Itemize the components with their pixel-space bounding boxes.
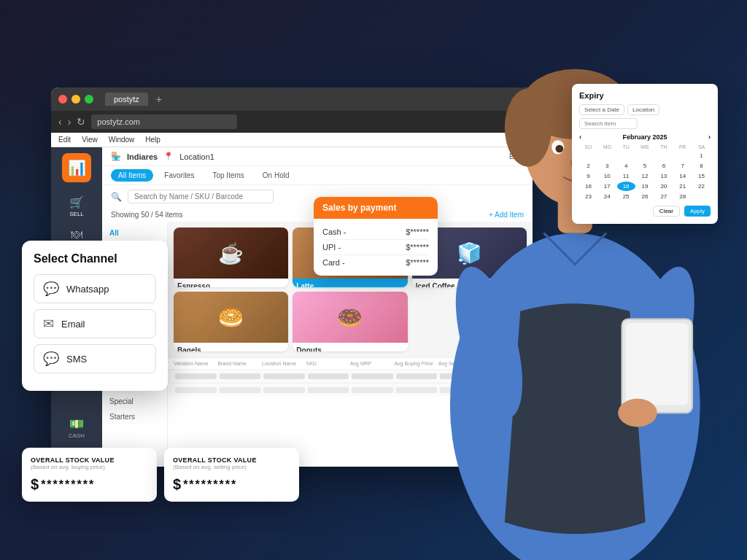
search-input[interactable]: [128, 190, 274, 203]
card-label: Card -: [322, 258, 345, 267]
cal-day-1[interactable]: 1: [692, 151, 711, 160]
cal-day-23[interactable]: 23: [579, 192, 597, 201]
donuts-image: 🍩: [293, 292, 407, 343]
cal-day-27[interactable]: 27: [654, 192, 673, 201]
svg-point-15: [618, 399, 657, 427]
stock-selling-label: OVERALL STOCK VALUE: [173, 456, 290, 464]
sales-by-payment-popup: Sales by payment Cash - $****** UPI - $*…: [314, 197, 438, 276]
stock-card-selling: OVERALL STOCK VALUE (Based on avg. selli…: [164, 448, 299, 502]
day-header-sa: SA: [692, 144, 711, 150]
sidebar-item-cash[interactable]: 💵 CASH: [51, 413, 102, 443]
calendar-next[interactable]: ›: [708, 133, 711, 141]
tab-on-hold[interactable]: On Hold: [255, 169, 297, 182]
cal-day-26[interactable]: 26: [636, 192, 654, 201]
cal-day-19[interactable]: 19: [636, 182, 654, 191]
cal-day-11[interactable]: 11: [617, 171, 635, 181]
sales-row-cash: Cash - $******: [322, 225, 429, 240]
expiry-popup: Expiry Select a Date Location ‹ February…: [572, 84, 718, 224]
day-header-we: WE: [636, 144, 654, 150]
category-starters[interactable]: Starters: [102, 409, 167, 424]
cal-day-15[interactable]: 15: [692, 171, 711, 181]
whatsapp-icon: 💬: [43, 281, 59, 297]
cal-day-20[interactable]: 20: [654, 182, 673, 191]
sms-button[interactable]: 💬 SMS: [34, 344, 156, 373]
select-date-button[interactable]: Select a Date: [579, 104, 624, 115]
menu-edit[interactable]: Edit: [58, 136, 71, 144]
cal-day-6[interactable]: 6: [654, 161, 673, 171]
select-channel-card: Select Channel 💬 Whatsapp ✉ Email 💬 SMS: [22, 241, 168, 391]
bagels-info: Bagels SKU: A003 $1.50: [174, 343, 288, 351]
calendar-prev[interactable]: ‹: [579, 133, 581, 141]
cal-day-empty-6: [673, 151, 692, 160]
calendar-header: ‹ February 2025 ›: [579, 133, 711, 141]
item-card-donuts[interactable]: 🍩 Donuts SKU: A004 $2.00: [293, 292, 407, 351]
refresh-button[interactable]: ↻: [77, 116, 85, 128]
minimize-dot[interactable]: [71, 95, 80, 104]
cal-day-7[interactable]: 7: [673, 161, 692, 171]
stock-selling-value: $ *********: [173, 476, 290, 493]
cal-day-5[interactable]: 5: [636, 161, 654, 171]
cal-day-3[interactable]: 3: [598, 161, 616, 171]
tab-all-items[interactable]: All Items: [111, 169, 153, 182]
cal-day-2[interactable]: 2: [579, 161, 597, 171]
cal-day-13[interactable]: 13: [654, 171, 673, 181]
menu-view[interactable]: View: [82, 136, 98, 144]
bagels-image: 🥯: [174, 292, 288, 343]
sales-row-upi: UPI - $******: [322, 240, 429, 255]
whatsapp-button[interactable]: 💬 Whatsapp: [34, 274, 156, 303]
cal-day-empty-3: [617, 151, 635, 160]
tab-favorites[interactable]: Favorites: [157, 169, 201, 182]
calendar-grid: SU MO TU WE TH FR SA 1 2 3 4 5 6 7 8 9 1…: [579, 144, 711, 201]
cash-label: Cash -: [322, 228, 346, 236]
cal-day-8[interactable]: 8: [692, 161, 711, 171]
store-name: Indiares: [127, 152, 158, 161]
stock-selling-stars: *********: [183, 478, 237, 491]
item-card-bagels[interactable]: 🥯 Bagels SKU: A003 $1.50: [174, 292, 288, 351]
cal-day-17[interactable]: 17: [598, 182, 616, 191]
cal-day-12[interactable]: 12: [636, 171, 654, 181]
cal-day-22[interactable]: 22: [692, 182, 711, 191]
maximize-dot[interactable]: [85, 95, 93, 104]
cal-day-24[interactable]: 24: [598, 192, 616, 201]
back-button[interactable]: ‹: [58, 116, 62, 128]
upi-value: $******: [406, 243, 429, 252]
expiry-actions: Clear Apply: [579, 206, 711, 217]
location-button[interactable]: Location: [627, 104, 659, 115]
item-card-espresso[interactable]: ☕ Espresso SKU: A000 $2.42: [174, 228, 288, 287]
sidebar-item-sell[interactable]: 🛒 SELL: [51, 192, 102, 221]
cal-day-4[interactable]: 4: [617, 161, 635, 171]
menu-window[interactable]: Window: [109, 136, 135, 144]
clear-button[interactable]: Clear: [653, 206, 680, 217]
email-icon: ✉: [43, 316, 54, 332]
latte-info: Latte SKU: A001 $3.12: [293, 279, 407, 287]
apply-button[interactable]: Apply: [684, 206, 711, 217]
stock-buying-value: $ *********: [31, 476, 148, 493]
address-input[interactable]: [91, 114, 237, 129]
svg-point-4: [505, 89, 551, 167]
cal-day-18-today[interactable]: 18: [617, 182, 635, 191]
cal-day-14[interactable]: 14: [673, 171, 692, 181]
browser-tab[interactable]: postytz: [105, 93, 148, 106]
cal-day-21[interactable]: 21: [673, 182, 692, 191]
stock-selling-sub: (Based on avg. selling price): [173, 464, 290, 470]
sales-popup-body: Cash - $****** UPI - $****** Card - $***…: [314, 219, 438, 276]
new-tab-button[interactable]: +: [156, 93, 162, 105]
cal-day-25[interactable]: 25: [617, 192, 635, 201]
close-dot[interactable]: [58, 95, 67, 104]
cal-day-16[interactable]: 16: [579, 182, 597, 191]
cal-day-empty-1: [579, 151, 597, 160]
email-button[interactable]: ✉ Email: [34, 309, 156, 338]
search-item-input[interactable]: [579, 118, 638, 129]
col-variation: Variation Name: [174, 361, 218, 366]
cal-day-28[interactable]: 28: [673, 192, 692, 201]
cal-day-10[interactable]: 10: [598, 171, 616, 181]
tab-top-items[interactable]: Top Items: [205, 169, 251, 182]
cal-day-9[interactable]: 9: [579, 171, 597, 181]
menu-help[interactable]: Help: [145, 136, 160, 144]
stock-buying-label: OVERALL STOCK VALUE: [31, 456, 148, 464]
forward-button[interactable]: ›: [68, 116, 71, 128]
col-sku: SKU: [306, 361, 351, 366]
category-special[interactable]: Special: [102, 394, 167, 409]
category-all[interactable]: All: [102, 225, 167, 241]
expiry-filters: Select a Date Location: [579, 104, 711, 129]
